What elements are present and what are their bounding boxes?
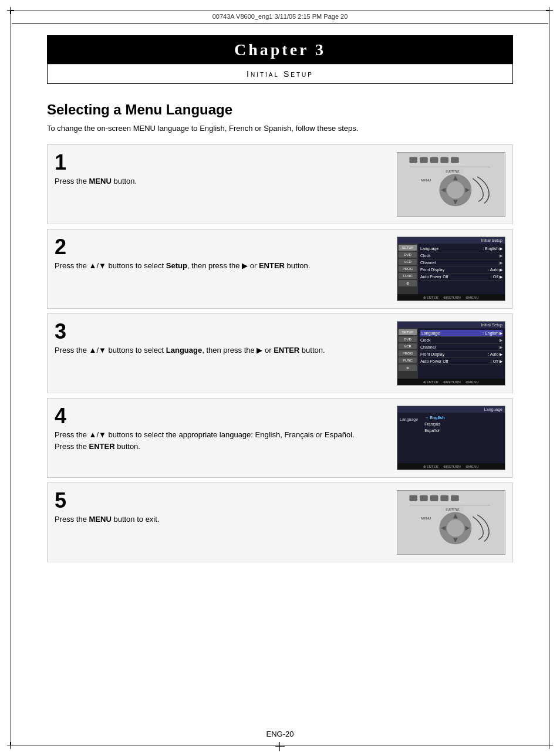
svg-point-11 [447, 181, 464, 198]
lang-option-francais: Français [423, 421, 502, 427]
step-5-number: 5 [55, 490, 390, 511]
page-border-right [549, 11, 549, 745]
language-screen: Language Language English Français Españ… [397, 406, 505, 470]
menu2-row-language: Language: English ▶ [420, 245, 502, 252]
page-border-top [11, 11, 549, 11]
sidebar3-dvd: DVD [399, 336, 417, 342]
step-4: 4 Press the ▲/▼ buttons to select the ap… [47, 398, 513, 478]
menu2-row-autopoweroff: Auto Power Off: Off ▶ [420, 274, 502, 281]
menu3-row-channel: Channel▶ [420, 344, 502, 351]
step-5-left: 5 Press the MENU button to exit. [55, 490, 390, 525]
menu-screen-3: Initial Setup SETUP DVD VCR PROG FUNC ⚙ … [397, 322, 505, 385]
center-bottom-cross [275, 742, 285, 751]
lang-option-espanol: Español [423, 428, 502, 433]
svg-text:MENU: MENU [421, 178, 431, 182]
svg-text:SUBTITLE: SUBTITLE [446, 508, 460, 511]
step-1-number: 1 [55, 152, 390, 173]
svg-rect-3 [430, 157, 438, 163]
menu3-row-frontdisplay: Front Display: Auto ▶ [420, 351, 502, 358]
chapter-box: Chapter 3 Initial Setup [47, 35, 513, 84]
step-4-text: Press the ▲/▼ buttons to select the appr… [55, 429, 390, 452]
menu2-header: Initial Setup [397, 237, 505, 244]
page-content: Chapter 3 Initial Setup Selecting a Menu… [47, 35, 513, 721]
menu3-body: SETUP DVD VCR PROG FUNC ⚙ Language: Engl… [397, 328, 505, 379]
step-4-number: 4 [55, 406, 390, 427]
sidebar3-gear: ⚙ [399, 365, 417, 371]
page-border-left [11, 11, 11, 745]
chapter-title: Chapter 3 [48, 36, 512, 64]
svg-rect-21 [451, 495, 459, 501]
step-2-left: 2 Press the ▲/▼ buttons to select Setup,… [55, 237, 390, 272]
svg-rect-5 [451, 157, 459, 163]
menu3-header: Initial Setup [397, 322, 505, 328]
menu2-footer: ⊕ENTER ⊕RETURN ⊕MENU [397, 294, 505, 301]
step-5: 5 Press the MENU button to exit. SUBTITL… [47, 482, 513, 562]
menu3-row-clock: Clock▶ [420, 337, 502, 344]
step-5-image: SUBTITLE MENU [397, 490, 505, 555]
menu2-row-clock: Clock▶ [420, 252, 502, 259]
step-2-text: Press the ▲/▼ buttons to select Setup, t… [55, 260, 390, 272]
menu3-row-language: Language: English ▶ [420, 330, 502, 337]
svg-text:MENU: MENU [421, 517, 431, 520]
step-2-image: Initial Setup SETUP DVD VCR PROG FUNC ⚙ … [397, 237, 505, 301]
lang-option-english: English [423, 415, 502, 420]
lang-left-label: Language [400, 415, 418, 461]
step-3-number: 3 [55, 321, 390, 342]
menu-screen-2: Initial Setup SETUP DVD VCR PROG FUNC ⚙ … [397, 237, 505, 301]
menu3-row-autopoweroff: Auto Power Off: Off ▶ [420, 358, 502, 365]
page-header: 00743A V8600_eng1 3/11/05 2:15 PM Page 2… [12, 12, 548, 24]
menu3-footer: ⊕ENTER ⊕RETURN ⊕MENU [397, 379, 505, 385]
lang-options: English Français Español [423, 415, 502, 461]
intro-text: To change the on-screen MENU language to… [47, 124, 513, 133]
menu2-row-frontdisplay: Front Display: Auto ▶ [420, 266, 502, 274]
step-3-left: 3 Press the ▲/▼ buttons to select Langua… [55, 321, 390, 356]
step-1-image: SUBTITLE MENU [397, 152, 505, 217]
menu2-body: SETUP DVD VCR PROG FUNC ⚙ Language: Engl… [397, 244, 505, 294]
lang-screen-footer: ⊕ENTER ⊕RETURN ⊕MENU [397, 463, 505, 470]
sidebar3-prog: PROG [399, 350, 417, 356]
step-5-text: Press the MENU button to exit. [55, 514, 390, 525]
step-3-image: Initial Setup SETUP DVD VCR PROG FUNC ⚙ … [397, 321, 505, 386]
page-number: ENG-20 [0, 730, 560, 738]
sidebar-prog: PROG [399, 266, 417, 272]
svg-rect-4 [440, 157, 448, 163]
step-2-number: 2 [55, 237, 390, 258]
sidebar3-setup: SETUP [399, 329, 417, 335]
svg-rect-1 [409, 157, 417, 163]
menu3-sidebar: SETUP DVD VCR PROG FUNC ⚙ [397, 328, 418, 379]
step-1: 1 Press the MENU button. SUBTITLE [47, 144, 513, 224]
svg-point-27 [447, 519, 464, 536]
step-1-left: 1 Press the MENU button. [55, 152, 390, 187]
corner-mark-br [546, 742, 553, 749]
svg-rect-2 [420, 157, 428, 163]
svg-rect-18 [420, 495, 428, 501]
sidebar-gear: ⚙ [399, 280, 417, 286]
sidebar-dvd: DVD [399, 252, 417, 258]
sidebar-setup: SETUP [399, 245, 417, 251]
lang-screen-body: Language English Français Español [397, 413, 505, 463]
menu2-row-channel: Channel▶ [420, 259, 502, 266]
svg-text:SUBTITLE: SUBTITLE [446, 170, 460, 173]
svg-rect-20 [440, 495, 448, 501]
svg-rect-17 [409, 495, 417, 501]
step-3-text: Press the ▲/▼ buttons to select Language… [55, 345, 390, 356]
step-3: 3 Press the ▲/▼ buttons to select Langua… [47, 313, 513, 393]
sidebar-vcr: VCR [399, 259, 417, 265]
menu2-sidebar: SETUP DVD VCR PROG FUNC ⚙ [397, 244, 418, 294]
step-4-image: Language Language English Français Españ… [397, 406, 505, 470]
chapter-subtitle: Initial Setup [48, 64, 512, 83]
menu2-content: Language: English ▶ Clock▶ Channel▶ Fron… [418, 244, 505, 294]
menu3-content: Language: English ▶ Clock▶ Channel▶ Fron… [418, 328, 505, 379]
section-title: Selecting a Menu Language [47, 102, 513, 118]
sidebar3-func: FUNC [399, 357, 417, 363]
lang-screen-header: Language [397, 406, 505, 413]
page-border-bottom [11, 745, 549, 745]
sidebar3-vcr: VCR [399, 343, 417, 349]
svg-rect-19 [430, 495, 438, 501]
sidebar-func: FUNC [399, 273, 417, 279]
step-1-text: Press the MENU button. [55, 176, 390, 187]
step-2: 2 Press the ▲/▼ buttons to select Setup,… [47, 229, 513, 309]
step-4-left: 4 Press the ▲/▼ buttons to select the ap… [55, 406, 390, 452]
